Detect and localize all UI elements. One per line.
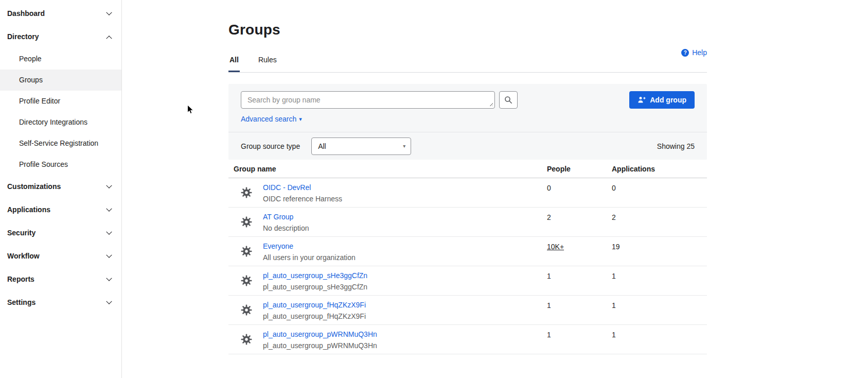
group-description: No description bbox=[263, 224, 547, 232]
search-button[interactable] bbox=[499, 91, 518, 109]
help-info-icon: ? bbox=[681, 49, 689, 57]
group-description: OIDC reference Harness bbox=[263, 195, 547, 203]
sidebar-item-label: Settings bbox=[7, 298, 36, 307]
group-gear-icon bbox=[241, 304, 252, 316]
table-row: OIDC - DevRel OIDC reference Harness 0 0 bbox=[228, 178, 707, 208]
sidebar-item-customizations[interactable]: Customizations bbox=[0, 175, 121, 198]
sidebar-item-profile-sources[interactable]: Profile Sources bbox=[0, 154, 121, 175]
table-row: AT Group No description 2 2 bbox=[228, 208, 707, 237]
tabs: All Rules bbox=[228, 56, 707, 73]
group-name-link[interactable]: OIDC - DevRel bbox=[263, 183, 311, 192]
chevron-up-icon bbox=[106, 36, 112, 41]
tab-rules[interactable]: Rules bbox=[257, 56, 278, 72]
search-icon bbox=[504, 96, 512, 104]
add-group-label: Add group bbox=[650, 96, 686, 104]
advanced-search-label: Advanced search bbox=[241, 115, 296, 123]
sidebar: Dashboard Directory People Groups Profil… bbox=[0, 0, 122, 378]
sidebar-item-applications[interactable]: Applications bbox=[0, 198, 121, 221]
sidebar-item-directory[interactable]: Directory bbox=[0, 25, 121, 48]
applications-count: 19 bbox=[612, 237, 707, 266]
group-description: pl_auto_usergroup_pWRNMuQ3Hn bbox=[263, 341, 547, 350]
caret-down-icon: ▾ bbox=[299, 116, 302, 122]
people-count-link[interactable]: 10K+ bbox=[547, 243, 564, 251]
sidebar-item-workflow[interactable]: Workflow bbox=[0, 245, 121, 268]
applications-count: 0 bbox=[612, 178, 707, 207]
applications-count: 2 bbox=[612, 208, 707, 236]
add-group-button[interactable]: Add group bbox=[629, 91, 695, 109]
group-name-link[interactable]: Everyone bbox=[263, 242, 293, 250]
group-gear-icon bbox=[241, 275, 252, 286]
page-title: Groups bbox=[228, 22, 707, 38]
table-row: pl_auto_usergroup_sHe3ggCfZn pl_auto_use… bbox=[228, 266, 707, 296]
chevron-down-icon bbox=[106, 182, 112, 188]
table-row: pl_auto_usergroup_pWRNMuQ3Hn pl_auto_use… bbox=[228, 325, 707, 354]
chevron-down-icon bbox=[106, 9, 112, 15]
table-row: pl_auto_usergroup_fHqZKzX9Fi pl_auto_use… bbox=[228, 296, 707, 325]
groups-table: Group name People Applications bbox=[228, 160, 707, 354]
people-count: 1 bbox=[547, 296, 612, 324]
chevron-down-icon bbox=[106, 205, 112, 211]
sidebar-item-label: Security bbox=[7, 229, 36, 237]
sidebar-item-security[interactable]: Security bbox=[0, 221, 121, 245]
chevron-down-icon bbox=[106, 275, 112, 281]
sidebar-item-reports[interactable]: Reports bbox=[0, 268, 121, 291]
applications-count: 1 bbox=[612, 296, 707, 324]
group-description: pl_auto_usergroup_fHqZKzX9Fi bbox=[263, 312, 547, 320]
column-header-applications: Applications bbox=[612, 165, 707, 173]
people-count: 2 bbox=[547, 208, 612, 236]
group-name-link[interactable]: pl_auto_usergroup_sHe3ggCfZn bbox=[263, 271, 367, 280]
showing-count: Showing 25 bbox=[657, 142, 695, 150]
chevron-down-icon bbox=[106, 252, 112, 257]
group-gear-icon bbox=[241, 246, 252, 257]
sidebar-item-dashboard[interactable]: Dashboard bbox=[0, 2, 121, 25]
sidebar-item-label: Customizations bbox=[7, 182, 61, 191]
group-description: pl_auto_usergroup_sHe3ggCfZn bbox=[263, 283, 547, 291]
sidebar-item-directory-integrations[interactable]: Directory Integrations bbox=[0, 112, 121, 133]
filter-bar: Group source type All ▾ Showing 25 bbox=[228, 132, 707, 160]
people-count: 1 bbox=[547, 325, 612, 354]
sidebar-item-settings[interactable]: Settings bbox=[0, 291, 121, 314]
applications-count: 1 bbox=[612, 266, 707, 295]
people-count: 1 bbox=[547, 266, 612, 295]
sidebar-item-label: Reports bbox=[7, 275, 34, 284]
chevron-down-icon bbox=[106, 298, 112, 304]
column-header-people: People bbox=[547, 165, 612, 173]
column-header-group-name: Group name bbox=[228, 165, 547, 173]
sidebar-item-label: Workflow bbox=[7, 252, 40, 261]
table-header-row: Group name People Applications bbox=[228, 160, 707, 178]
people-count: 0 bbox=[547, 178, 612, 207]
sidebar-item-groups[interactable]: Groups bbox=[0, 70, 121, 91]
group-source-type-select[interactable]: All ▾ bbox=[311, 138, 411, 155]
main-area: Groups ? Help All Rules bbox=[122, 0, 868, 378]
sidebar-item-label: Dashboard bbox=[7, 9, 45, 18]
group-name-link[interactable]: AT Group bbox=[263, 213, 293, 221]
help-link[interactable]: ? Help bbox=[681, 48, 707, 57]
group-source-type-value: All bbox=[318, 142, 326, 150]
group-gear-icon bbox=[241, 216, 252, 228]
applications-count: 1 bbox=[612, 325, 707, 354]
group-description: All users in your organization bbox=[263, 253, 547, 262]
group-name-link[interactable]: pl_auto_usergroup_pWRNMuQ3Hn bbox=[263, 330, 377, 338]
tab-all[interactable]: All bbox=[228, 56, 240, 72]
advanced-search-link[interactable]: Advanced search ▾ bbox=[241, 115, 302, 123]
chevron-down-icon bbox=[106, 229, 112, 234]
sidebar-item-label: Directory bbox=[7, 32, 39, 41]
help-label: Help bbox=[692, 48, 707, 57]
search-panel: Add group Advanced search ▾ Group source… bbox=[228, 84, 707, 160]
table-row: Everyone All users in your organization … bbox=[228, 237, 707, 266]
sidebar-item-label: Applications bbox=[7, 205, 50, 214]
group-gear-icon bbox=[241, 187, 252, 198]
user-plus-icon bbox=[637, 96, 646, 104]
group-search-input[interactable] bbox=[241, 91, 495, 109]
sidebar-item-people[interactable]: People bbox=[0, 48, 121, 70]
group-name-link[interactable]: pl_auto_usergroup_fHqZKzX9Fi bbox=[263, 301, 366, 309]
sidebar-item-profile-editor[interactable]: Profile Editor bbox=[0, 91, 121, 112]
sidebar-item-self-service-registration[interactable]: Self-Service Registration bbox=[0, 133, 121, 154]
group-gear-icon bbox=[241, 334, 252, 345]
search-section: Add group Advanced search ▾ bbox=[228, 84, 707, 132]
caret-down-icon: ▾ bbox=[403, 144, 405, 149]
group-source-type-label: Group source type bbox=[241, 142, 300, 150]
